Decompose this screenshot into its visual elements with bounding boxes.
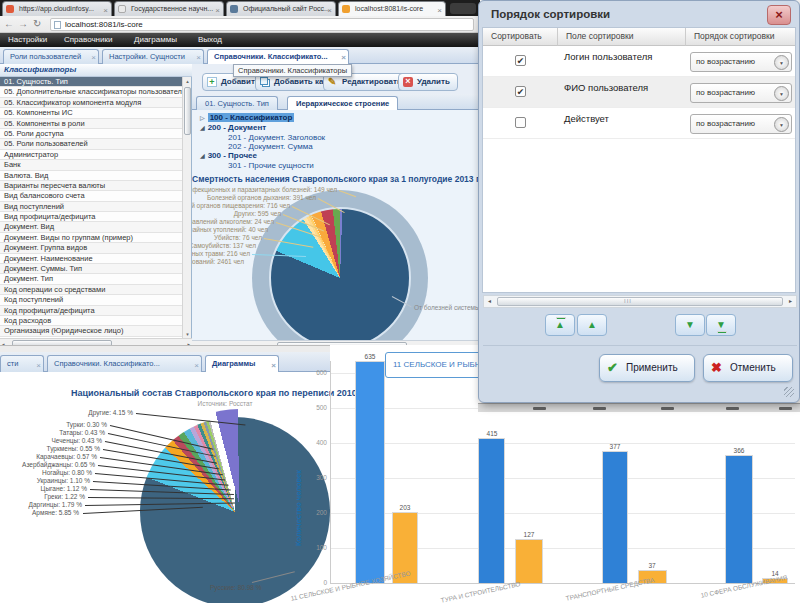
tab-close-icon[interactable]: × — [271, 358, 276, 372]
tab-entity-type[interactable]: 01. Сущность. Тип — [196, 96, 278, 110]
list-item[interactable]: Валюта. Вид — [0, 171, 183, 181]
list-item[interactable]: Код профицита/дефицита — [0, 306, 183, 316]
list-item[interactable]: Администратор — [0, 150, 183, 160]
list-item[interactable]: Вид профицита/дефицита — [0, 212, 183, 222]
tab-close-icon[interactable]: × — [437, 4, 442, 16]
table-row[interactable]: Действует по возрастанию ▼ — [483, 108, 795, 139]
new-tab-button[interactable] — [450, 3, 476, 14]
menu-settings[interactable]: Настройки — [2, 33, 53, 47]
table-row[interactable]: ✔ ФИО пользователя по возрастанию ▼ — [483, 77, 795, 108]
list-item[interactable]: 05. Роли доступа — [0, 129, 183, 139]
checkbox-unchecked[interactable] — [515, 117, 526, 128]
browser-tab-2[interactable]: Государственное научн... × — [114, 1, 224, 16]
close-icon[interactable]: × — [767, 5, 791, 25]
scrollbar-thumb[interactable] — [184, 87, 191, 135]
pie-label: Случайных отравлений алкоголем: 24 чел — [192, 218, 274, 225]
bar-blue-1[interactable] — [355, 361, 385, 583]
list-item[interactable]: Код поступлений — [0, 295, 183, 305]
tab-diagrams-active[interactable]: Диаграммы× — [205, 355, 279, 372]
tab-close-icon[interactable]: × — [196, 51, 201, 64]
url-bar[interactable]: localhost:8081/is-core — [50, 18, 474, 31]
table-row[interactable]: ✔ Логин пользователя по возрастанию ▼ — [483, 46, 795, 77]
list-item[interactable]: 05. Классификатор компонента модуля — [0, 98, 183, 108]
tree-node-200[interactable]: ◢200 - Документ — [200, 123, 266, 132]
tree-node-100[interactable]: ▷100 - Классификатор — [200, 113, 294, 122]
sidebar-vertical-scrollbar[interactable]: ▴ ▾ — [182, 77, 191, 338]
sort-order-dropdown[interactable]: по возрастанию ▼ — [690, 83, 792, 103]
app-tab-roles[interactable]: Роли пользователей× — [3, 49, 99, 64]
browser-tab-1[interactable]: https://app.cloudinfosy... × — [2, 1, 112, 16]
bar-blue-3[interactable] — [602, 451, 628, 583]
list-item[interactable]: Вид поступлений — [0, 202, 183, 212]
list-item-selected[interactable]: 01. Сущность. Тип — [0, 77, 183, 87]
list-item[interactable]: Банк — [0, 160, 183, 170]
move-to-bottom-button[interactable]: ▼ — [706, 314, 736, 336]
menu-diagrams[interactable]: Диаграммы — [128, 33, 183, 47]
delete-button[interactable]: × Удалить — [398, 73, 458, 91]
tab-close-icon[interactable]: × — [327, 4, 332, 16]
chevron-down-icon[interactable]: ▼ — [774, 55, 789, 70]
checkbox-checked[interactable]: ✔ — [515, 55, 526, 66]
list-item[interactable]: Код операции со средствами — [0, 285, 183, 295]
browser-tab-4-active[interactable]: localhost:8081/is-core × — [338, 1, 446, 16]
cancel-button[interactable]: ✖ Отменить — [703, 354, 793, 382]
list-item[interactable]: Документ. Тип — [0, 274, 183, 284]
list-item[interactable]: Документ. Наименование — [0, 254, 183, 264]
apply-button[interactable]: ✔ Применить — [599, 354, 695, 382]
app-tab-entities[interactable]: Настройки. Сущности× — [102, 49, 204, 64]
tree-node-201[interactable]: 201 - Документ. Заголовок — [228, 133, 325, 142]
reload-icon[interactable]: ↻ — [33, 18, 41, 30]
tab-close-icon[interactable]: × — [215, 4, 220, 16]
tab-close-icon[interactable]: × — [103, 4, 108, 16]
chevron-expanded-icon[interactable]: ◢ — [200, 125, 205, 131]
bar-orange-2[interactable] — [515, 539, 543, 583]
bar-blue-4[interactable] — [725, 455, 753, 583]
dialog-horizontal-scrollbar[interactable]: ◂ III ▸ — [483, 295, 797, 308]
list-item[interactable]: Код расходов — [0, 316, 183, 326]
tab-close-icon[interactable]: × — [194, 358, 199, 372]
move-down-button[interactable]: ▼ — [675, 314, 705, 336]
list-item[interactable]: 05. Компоненты в роли — [0, 119, 183, 129]
column-header-field[interactable]: Поле сортировки — [558, 28, 686, 46]
menu-references[interactable]: Справочники — [58, 33, 118, 47]
tree-node-202[interactable]: 202 - Документ. Сумма — [228, 142, 313, 151]
list-item[interactable]: 05. Компоненты ИС — [0, 108, 183, 118]
column-header-sort[interactable]: Сортировать — [483, 28, 558, 46]
scroll-left-icon[interactable]: ◂ — [484, 297, 495, 306]
checkbox-checked[interactable]: ✔ — [515, 86, 526, 97]
scroll-down-icon[interactable]: ▾ — [184, 331, 191, 337]
chevron-right-icon[interactable]: ▷ — [200, 115, 205, 121]
list-item[interactable]: Организация (Юридическое лицо) — [0, 326, 183, 336]
browser-tab-3[interactable]: Официальный сайт Росс... × — [226, 1, 336, 16]
list-item[interactable]: Документ. Группа видов — [0, 243, 183, 253]
move-to-top-button[interactable]: ▲ — [545, 314, 575, 336]
scrollbar-thumb[interactable] — [497, 297, 783, 306]
bar-blue-2[interactable] — [478, 438, 505, 583]
chevron-down-icon[interactable]: ▼ — [774, 86, 789, 101]
scroll-up-icon[interactable]: ▴ — [184, 78, 191, 84]
tree-node-300[interactable]: ◢300 - Прочее — [200, 151, 257, 160]
tree-node-301[interactable]: 301 - Прочие сущности — [228, 161, 314, 170]
column-header-order[interactable]: Порядок сортировки — [686, 28, 795, 46]
tab-close-icon[interactable]: × — [91, 51, 96, 64]
list-item[interactable]: Документ. Виды по группам (пример) — [0, 233, 183, 243]
list-item[interactable]: 05. Роли пользователей — [0, 139, 183, 149]
sort-order-dropdown[interactable]: по возрастанию ▼ — [690, 52, 792, 72]
tab-hierarchy-active[interactable]: Иерархическое строение — [287, 96, 398, 110]
sort-order-dropdown[interactable]: по возрастанию ▼ — [690, 114, 792, 134]
forward-icon[interactable]: → — [18, 18, 28, 30]
tab-close-icon[interactable]: × — [341, 51, 346, 64]
list-item[interactable]: 05. Дополнительные классификаторы пользо… — [0, 87, 183, 97]
menu-exit[interactable]: Выход — [192, 33, 228, 47]
resize-grip[interactable] — [784, 387, 794, 397]
list-item[interactable]: Документ. Суммы. Тип — [0, 264, 183, 274]
move-up-button[interactable]: ▲ — [577, 314, 607, 336]
back-icon[interactable]: ← — [4, 18, 14, 30]
list-item[interactable]: Вид балансового счета — [0, 191, 183, 201]
scroll-right-icon[interactable]: ▸ — [785, 297, 796, 306]
chevron-expanded-icon[interactable]: ◢ — [200, 153, 205, 159]
list-item[interactable]: Документ. Вид — [0, 222, 183, 232]
chevron-down-icon[interactable]: ▼ — [774, 117, 789, 132]
app-tab-classifiers-active[interactable]: Справочники. Классификато...× — [207, 49, 349, 64]
list-item[interactable]: Варианты пересчета валюты — [0, 181, 183, 191]
